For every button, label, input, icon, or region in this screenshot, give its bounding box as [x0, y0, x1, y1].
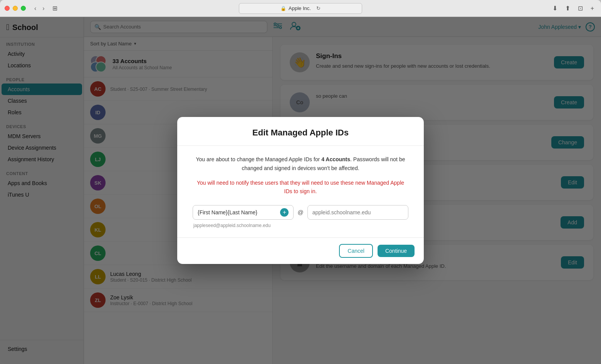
- modal-cancel-button[interactable]: Cancel: [339, 244, 373, 258]
- modal-form: + @ jappleseed@appleid.schoolname.edu: [193, 205, 408, 228]
- lock-icon: 🔒: [280, 6, 286, 11]
- forward-button[interactable]: ›: [40, 4, 47, 13]
- modal-accounts-count: 4 Accounts: [321, 156, 350, 162]
- reload-icon[interactable]: ↻: [316, 5, 321, 11]
- traffic-lights: [5, 6, 26, 11]
- modal-warning: You will need to notify these users that…: [193, 179, 408, 196]
- modal-footer: Cancel Continue: [177, 238, 424, 264]
- titlebar: ‹ › ⊞ 🔒 Apple Inc. ↻ ⬇ ⬆ ⊡ +: [0, 0, 601, 17]
- modal-edit-managed-apple-ids: Edit Managed Apple IDs You are about to …: [177, 117, 424, 264]
- url-text: Apple Inc.: [289, 5, 311, 11]
- domain-input[interactable]: [307, 205, 408, 220]
- modal-title: Edit Managed Apple IDs: [190, 128, 411, 138]
- username-field[interactable]: +: [193, 205, 294, 220]
- tab-switcher-button[interactable]: ⊞: [50, 4, 60, 13]
- username-input[interactable]: [198, 209, 277, 215]
- modal-body: You are about to change the Managed Appl…: [177, 146, 424, 238]
- modal-description: You are about to change the Managed Appl…: [193, 155, 408, 172]
- modal-description-part1: You are about to change the Managed Appl…: [196, 156, 322, 162]
- titlebar-actions: ⬇ ⬆ ⊡ +: [550, 4, 596, 13]
- url-bar[interactable]: 🔒 Apple Inc. ↻: [239, 3, 362, 14]
- at-symbol: @: [297, 209, 303, 215]
- sidebar-toggle-button[interactable]: ⊡: [576, 4, 585, 13]
- modal-continue-button[interactable]: Continue: [378, 245, 415, 257]
- modal-overlay: Edit Managed Apple IDs You are about to …: [0, 17, 601, 364]
- minimize-button[interactable]: [13, 6, 18, 11]
- expand-button[interactable]: +: [588, 4, 596, 13]
- close-button[interactable]: [5, 6, 10, 11]
- back-button[interactable]: ‹: [32, 4, 39, 13]
- add-token-button[interactable]: +: [280, 208, 289, 217]
- window: ‹ › ⊞ 🔒 Apple Inc. ↻ ⬇ ⬆ ⊡ +  School In…: [0, 0, 601, 364]
- share-button[interactable]: ⬆: [563, 4, 572, 13]
- download-button[interactable]: ⬇: [550, 4, 560, 13]
- titlebar-nav: ‹ ›: [32, 4, 47, 13]
- modal-hint: jappleseed@appleid.schoolname.edu: [193, 223, 408, 228]
- modal-input-row: + @: [193, 205, 408, 220]
- maximize-button[interactable]: [21, 6, 26, 11]
- modal-header: Edit Managed Apple IDs: [177, 117, 424, 146]
